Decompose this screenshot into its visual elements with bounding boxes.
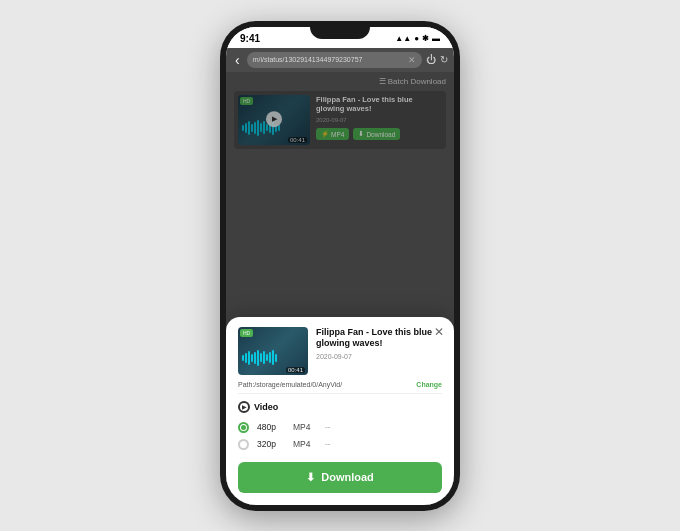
status-icons: ▲▲ ● ✱ ▬: [395, 34, 440, 43]
play-small-icon: ▶: [242, 403, 247, 410]
sheet-info: Filippa Fan - Love this blue glowing wav…: [316, 327, 442, 360]
status-time: 9:41: [240, 33, 260, 44]
quality-320p-size: --: [325, 439, 331, 449]
url-text: m/i/status/13029141344979230757: [253, 56, 363, 63]
phone-screen: 9:41 ▲▲ ● ✱ ▬ ‹ m/i/status/1302914134497…: [226, 27, 454, 505]
video-section-icon: ▶: [238, 401, 250, 413]
power-icon[interactable]: ⏻: [426, 54, 436, 65]
sheet-video-title: Filippa Fan - Love this blue glowing wav…: [316, 327, 442, 350]
radio-480p-inner: [241, 425, 246, 430]
phone-frame: 9:41 ▲▲ ● ✱ ▬ ‹ m/i/status/1302914134497…: [220, 21, 460, 511]
quality-480p-format: MP4: [293, 422, 317, 432]
sheet-hd-badge: HD: [240, 329, 253, 337]
sheet-close-button[interactable]: ✕: [434, 325, 444, 339]
section-label-text: Video: [254, 402, 278, 412]
quality-list: 480p MP4 -- 320p MP4 --: [238, 419, 442, 453]
sheet-video-date: 2020-09-07: [316, 353, 442, 360]
sheet-video-row: HD 00:41 Filippa Fan - Love this blue gl…: [238, 327, 442, 375]
refresh-icon[interactable]: ↻: [440, 54, 448, 65]
quality-row-320p[interactable]: 320p MP4 --: [238, 436, 442, 453]
signal-icon: ▲▲: [395, 34, 411, 43]
quality-320p-format: MP4: [293, 439, 317, 449]
sheet-thumbnail: HD 00:41: [238, 327, 308, 375]
radio-320p[interactable]: [238, 439, 249, 450]
browser-content: ☰ Batch Download: [226, 72, 454, 505]
path-row: Path:/storage/emulated/0/AnyVid/ Change: [238, 381, 442, 394]
radio-480p[interactable]: [238, 422, 249, 433]
sheet-waveform: [238, 349, 308, 367]
sheet-duration: 00:41: [286, 367, 305, 373]
url-bar[interactable]: m/i/status/13029141344979230757 ✕: [247, 52, 422, 68]
quality-row-480p[interactable]: 480p MP4 --: [238, 419, 442, 436]
path-text: Path:/storage/emulated/0/AnyVid/: [238, 381, 342, 388]
download-label: Download: [321, 471, 374, 483]
browser-controls: ⏻ ↻: [426, 54, 448, 65]
quality-320p-label: 320p: [257, 439, 285, 449]
bottom-sheet: ✕: [226, 317, 454, 505]
address-bar: ‹ m/i/status/13029141344979230757 ✕ ⏻ ↻: [226, 48, 454, 72]
battery-icon: ▬: [432, 34, 440, 43]
section-label: ▶ Video: [238, 401, 442, 413]
wifi-icon: ●: [414, 34, 419, 43]
download-button[interactable]: ⬇ Download: [238, 462, 442, 493]
bluetooth-icon: ✱: [422, 34, 429, 43]
download-icon: ⬇: [306, 471, 315, 484]
path-change-button[interactable]: Change: [416, 381, 442, 388]
url-close-icon[interactable]: ✕: [408, 55, 416, 65]
quality-480p-label: 480p: [257, 422, 285, 432]
phone-notch: [310, 21, 370, 39]
quality-480p-size: --: [325, 422, 331, 432]
back-button[interactable]: ‹: [232, 52, 243, 68]
